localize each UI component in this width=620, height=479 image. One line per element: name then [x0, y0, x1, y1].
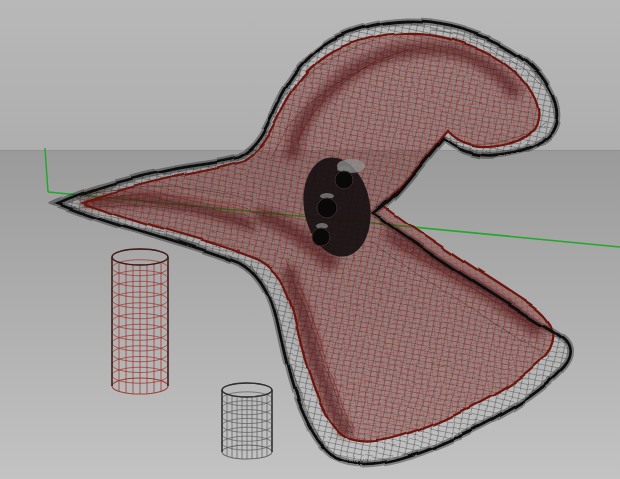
hole-middle — [317, 198, 337, 218]
viewport-canvas[interactable] — [0, 0, 620, 479]
hole-top — [335, 171, 353, 189]
viewport-3d[interactable] — [0, 0, 620, 479]
hole-bottom — [312, 228, 330, 246]
